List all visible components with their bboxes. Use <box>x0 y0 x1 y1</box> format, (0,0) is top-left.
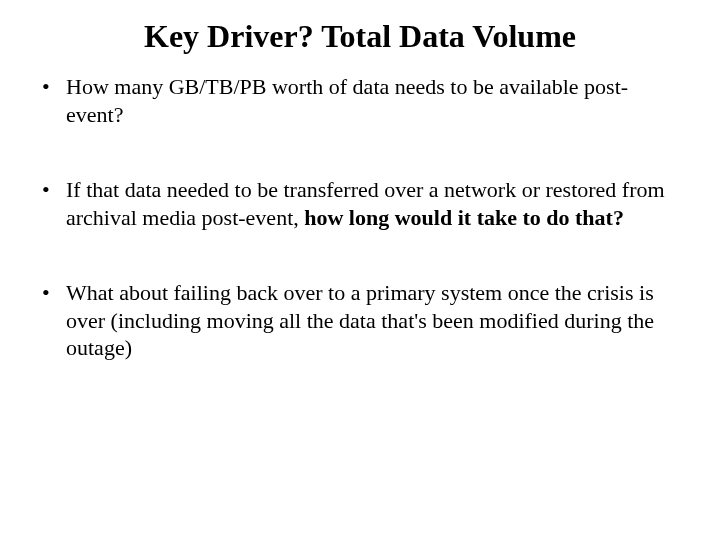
bullet-list: How many GB/TB/PB worth of data needs to… <box>38 73 682 362</box>
bullet-text-bold: how long would it take to do that? <box>304 205 624 230</box>
list-item: If that data needed to be transferred ov… <box>38 176 682 231</box>
bullet-text-pre: What about failing back over to a primar… <box>66 280 654 360</box>
bullet-text-pre: How many GB/TB/PB worth of data needs to… <box>66 74 628 127</box>
slide: Key Driver? Total Data Volume How many G… <box>0 0 720 540</box>
slide-title: Key Driver? Total Data Volume <box>38 18 682 55</box>
list-item: What about failing back over to a primar… <box>38 279 682 362</box>
list-item: How many GB/TB/PB worth of data needs to… <box>38 73 682 128</box>
